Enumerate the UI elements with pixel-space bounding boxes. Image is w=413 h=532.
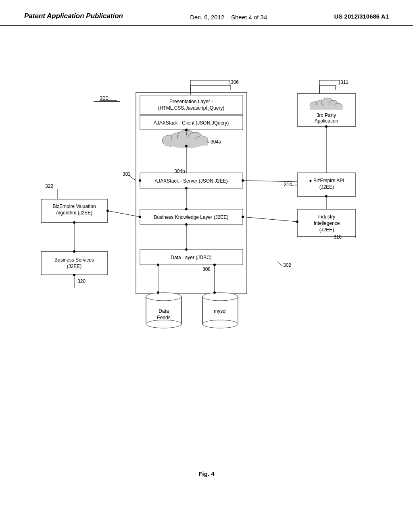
svg-text:Algorithm (J2EE): Algorithm (J2EE) <box>56 210 93 216</box>
sheet-label: Sheet 4 of 34 <box>231 14 267 21</box>
svg-text:304a: 304a <box>211 139 221 145</box>
svg-point-39 <box>185 208 188 210</box>
svg-text:308: 308 <box>202 266 211 272</box>
svg-text:310: 310 <box>334 234 342 240</box>
svg-point-24 <box>185 129 188 131</box>
svg-text:(HTML,CSS,Javascript,jQuery): (HTML,CSS,Javascript,jQuery) <box>158 105 225 111</box>
svg-text:302: 302 <box>283 262 291 268</box>
date-label: Dec. 6, 2012 <box>190 14 224 21</box>
fig-label: Fig. 4 <box>198 470 214 477</box>
svg-text:320: 320 <box>77 278 86 284</box>
svg-text:Business Services: Business Services <box>54 257 94 263</box>
svg-text:Application: Application <box>315 118 338 124</box>
svg-line-31 <box>128 175 136 181</box>
svg-text:AJAXStack - Server (JSON,J2EE): AJAXStack - Server (JSON,J2EE) <box>154 178 227 184</box>
header-center: Dec. 6, 2012 Sheet 4 of 34 <box>190 11 267 22</box>
svg-point-103 <box>202 293 238 301</box>
svg-line-92 <box>277 262 282 266</box>
svg-text:3rd Party: 3rd Party <box>317 112 336 118</box>
svg-text:(J2EE): (J2EE) <box>67 264 82 269</box>
svg-rect-55 <box>41 251 108 275</box>
svg-text:AJAXStack - Client (JSON,JQuer: AJAXStack - Client (JSON,JQuery) <box>154 120 229 126</box>
svg-line-78 <box>291 185 297 185</box>
svg-point-60 <box>73 221 75 224</box>
svg-point-28 <box>139 179 141 182</box>
svg-line-86 <box>243 217 297 222</box>
svg-line-80 <box>243 181 297 182</box>
figure-caption: Fig. 4 <box>0 470 413 477</box>
svg-text:304b: 304b <box>174 168 185 174</box>
svg-point-104 <box>202 320 238 328</box>
page-header: Patent Application Publication Dec. 6, 2… <box>0 0 413 26</box>
svg-text:Intellegence: Intellegence <box>314 220 340 226</box>
svg-point-88 <box>325 195 327 197</box>
patent-number-label: US 2012/310686 A1 <box>334 11 389 20</box>
svg-point-94 <box>146 293 181 301</box>
svg-text:BizEmpire Valuation: BizEmpire Valuation <box>52 204 96 209</box>
svg-text:311: 311 <box>340 79 348 85</box>
svg-text:314: 314 <box>284 182 292 187</box>
svg-text:Data Layer (JDBC): Data Layer (JDBC) <box>171 255 211 260</box>
svg-text:mysql: mysql <box>214 308 226 314</box>
svg-point-47 <box>185 248 188 251</box>
diagram-svg: Presentation Layer - (HTML,CSS,Javascrip… <box>33 78 380 360</box>
svg-text:Data: Data <box>159 308 169 314</box>
svg-text:300: 300 <box>100 95 108 101</box>
svg-text:Feeds: Feeds <box>157 315 170 320</box>
svg-point-46 <box>185 223 188 226</box>
svg-rect-70 <box>310 106 343 110</box>
svg-point-38 <box>185 187 188 189</box>
patent-publication-label: Patent Application Publication <box>24 11 123 21</box>
svg-point-63 <box>73 274 75 276</box>
svg-text:Industry: Industry <box>318 214 336 220</box>
svg-text:Presentation Layer -: Presentation Layer - <box>169 99 213 104</box>
svg-text:(J2EE): (J2EE) <box>319 184 334 190</box>
svg-text:(J2EE): (J2EE) <box>319 227 334 233</box>
svg-line-52 <box>108 211 140 217</box>
svg-text:● BizEmpire API: ● BizEmpire API <box>309 178 344 183</box>
svg-text:Business Knowledge Layer (J2EE: Business Knowledge Layer (J2EE) <box>154 214 229 220</box>
svg-text:306: 306 <box>231 79 239 85</box>
svg-rect-8 <box>140 95 243 114</box>
svg-point-95 <box>146 320 181 328</box>
svg-text:322: 322 <box>45 183 53 189</box>
